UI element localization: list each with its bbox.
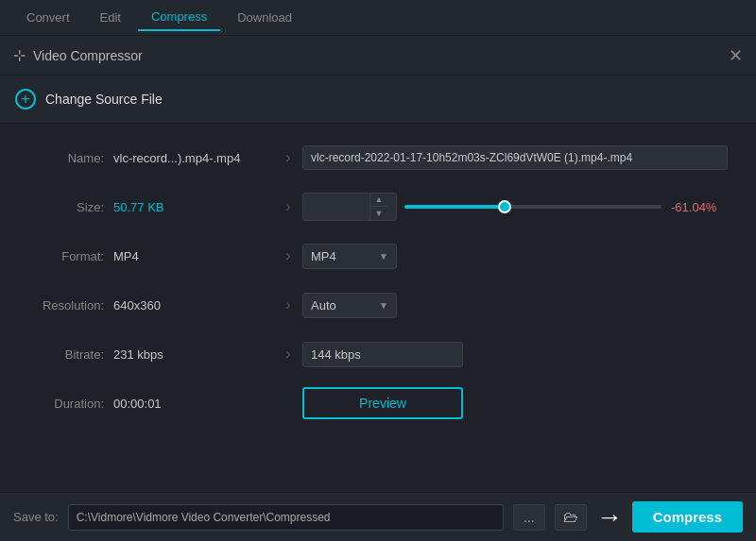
tab-download[interactable]: Download [224,5,305,30]
format-row: Format: MP4 › MP4 ▼ [28,239,728,273]
size-row: Size: 50.77 KB › 19.78KB ▲ ▼ -61.04% [28,190,728,224]
size-slider-fill [404,205,505,209]
source-label: Change Source File [45,92,163,107]
size-slider-thumb[interactable] [498,200,511,213]
nav-tabs: Convert Edit Compress Download [0,0,756,36]
bitrate-label: Bitrate: [28,347,113,362]
size-up-button[interactable]: ▲ [370,194,387,207]
resolution-control: Auto ▼ [302,293,728,318]
bitrate-original: 231 kbps [113,347,274,362]
bitrate-output: 144 kbps [302,342,463,367]
tab-convert[interactable]: Convert [13,5,83,30]
folder-button[interactable]: 🗁 [555,504,587,531]
resolution-dropdown-value: Auto [311,298,373,313]
format-dropdown[interactable]: MP4 ▼ [302,244,397,269]
title-left: ⊹ Video Compressor [13,46,143,64]
add-source-button[interactable]: + [15,89,36,110]
preview-button[interactable]: Preview [302,387,463,419]
name-control: vlc-record-2022-01-17-10h52m03s-ZCl69dVt… [302,145,728,170]
resolution-label: Resolution: [28,298,113,313]
name-row: Name: vlc-record...).mp4-.mp4 › vlc-reco… [28,141,728,175]
tab-compress[interactable]: Compress [138,4,220,31]
bottom-bar: Save to: C:\Vidmore\Vidmore Video Conver… [0,492,756,541]
save-to-label: Save to: [13,510,59,524]
duration-control: Preview [302,387,728,419]
title-bar: ⊹ Video Compressor ✕ [0,36,756,76]
close-button[interactable]: ✕ [729,47,743,64]
compress-button[interactable]: Compress [632,501,743,533]
folder-icon: 🗁 [563,509,578,525]
size-slider-wrapper: -61.04% [404,200,728,214]
format-control: MP4 ▼ [302,244,728,269]
move-icon: ⊹ [13,46,26,64]
name-arrow-icon: › [274,149,302,166]
format-dropdown-value: MP4 [311,249,373,263]
bitrate-arrow-icon: › [274,346,302,363]
arrow-right-icon: → [596,502,623,533]
size-arrow-icon: › [274,198,302,215]
size-percent: -61.04% [671,200,728,214]
main-content: Name: vlc-record...).mp4-.mp4 › vlc-reco… [0,124,756,445]
duration-row: Duration: 00:00:01 Preview [28,386,728,420]
size-input[interactable]: 19.78KB [303,195,369,219]
format-arrow-icon: › [274,247,302,264]
size-down-button[interactable]: ▼ [370,207,387,220]
resolution-original: 640x360 [113,298,274,313]
format-label: Format: [28,249,113,263]
size-control: 19.78KB ▲ ▼ -61.04% [302,193,728,221]
tab-edit[interactable]: Edit [87,5,134,30]
bitrate-row: Bitrate: 231 kbps › 144 kbps [28,337,728,371]
format-dropdown-arrow-icon: ▼ [379,251,388,262]
size-label: Size: [28,200,113,214]
dots-button[interactable]: ... [513,504,545,531]
bitrate-control: 144 kbps [302,342,728,367]
resolution-dropdown[interactable]: Auto ▼ [302,293,397,318]
size-slider[interactable] [404,205,662,209]
save-path: C:\Vidmore\Vidmore Video Converter\Compr… [68,504,504,531]
resolution-row: Resolution: 640x360 › Auto ▼ [28,288,728,322]
name-original: vlc-record...).mp4-.mp4 [113,151,274,165]
source-bar: + Change Source File [0,76,756,124]
name-output: vlc-record-2022-01-17-10h52m03s-ZCl69dVt… [302,145,728,170]
name-label: Name: [28,151,113,165]
spinbox-buttons: ▲ ▼ [369,194,387,220]
size-original: 50.77 KB [113,200,274,214]
app-title: Video Compressor [33,48,143,63]
duration-value: 00:00:01 [113,397,274,411]
resolution-dropdown-arrow-icon: ▼ [379,300,388,311]
size-spinbox[interactable]: 19.78KB ▲ ▼ [302,193,397,221]
format-original: MP4 [113,249,274,263]
duration-label: Duration: [28,397,113,411]
resolution-arrow-icon: › [274,296,302,313]
